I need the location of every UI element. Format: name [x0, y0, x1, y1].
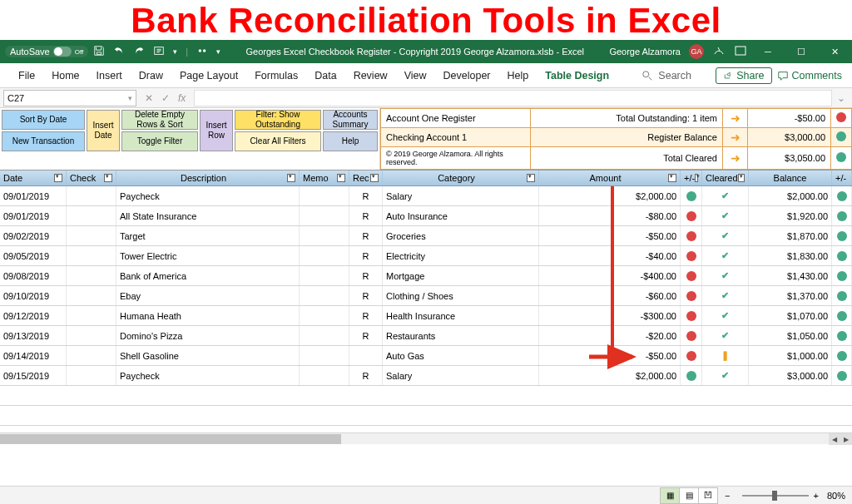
cell-check[interactable] — [67, 186, 116, 205]
cell-check[interactable] — [67, 206, 116, 225]
cell-amount[interactable]: -$300.00 — [539, 306, 681, 325]
cell-balance[interactable]: $1,430.00 — [749, 266, 832, 285]
cell-amount[interactable]: -$20.00 — [539, 326, 681, 345]
cell-balance[interactable]: $1,070.00 — [749, 306, 832, 325]
col-date[interactable]: Date — [0, 170, 67, 185]
cell-description[interactable]: All State Insurance — [116, 206, 300, 225]
cell-pm[interactable] — [681, 206, 702, 225]
user-avatar[interactable]: GA — [689, 44, 704, 59]
cell-pm[interactable] — [681, 226, 702, 245]
table-row[interactable]: 09/01/2019All State InsuranceRAuto Insur… — [0, 206, 852, 226]
table-row[interactable]: 09/14/2019Shell GasolineAuto Gas-$50.00❚… — [0, 346, 852, 366]
cell-cleared[interactable]: ✔ — [702, 186, 749, 205]
filter-icon[interactable] — [337, 174, 345, 182]
cell-pm2[interactable] — [832, 226, 852, 245]
scroll-thumb[interactable] — [0, 434, 341, 444]
filter-icon[interactable] — [668, 174, 676, 182]
table-row[interactable]: 09/01/2019PaycheckRSalary$2,000.00✔$2,00… — [0, 186, 852, 206]
sort-by-date-button[interactable]: Sort By Date — [2, 110, 85, 130]
table-row[interactable]: 09/08/2019Bank of AmericaRMortgage-$400.… — [0, 266, 852, 286]
cell-category[interactable]: Auto Insurance — [383, 206, 539, 225]
scroll-right-icon[interactable]: ▶ — [840, 433, 852, 445]
ribbon-tab-table-design[interactable]: Table Design — [537, 63, 617, 87]
cell-memo[interactable] — [300, 346, 349, 365]
cell-pm[interactable] — [681, 266, 702, 285]
cell-memo[interactable] — [300, 206, 349, 225]
cell-pm[interactable] — [681, 326, 702, 345]
col-check[interactable]: Check — [67, 170, 116, 185]
cell-rec[interactable]: R — [349, 286, 383, 305]
cell-pm[interactable] — [681, 366, 702, 385]
cell-cleared[interactable]: ✔ — [702, 366, 749, 385]
search-box[interactable]: Search — [633, 70, 700, 82]
cell-pm[interactable] — [681, 186, 702, 205]
autosave-switch-off[interactable] — [53, 47, 72, 57]
ribbon-tab-view[interactable]: View — [396, 63, 435, 87]
cell-rec[interactable]: R — [349, 186, 383, 205]
cell-check[interactable] — [67, 286, 116, 305]
cell-description[interactable]: Paycheck — [116, 186, 300, 205]
cell-rec[interactable]: R — [349, 266, 383, 285]
table-row[interactable]: 09/15/2019PaycheckRSalary$2,000.00✔$3,00… — [0, 366, 852, 386]
filter-icon[interactable] — [527, 174, 535, 182]
filter-icon[interactable] — [104, 174, 112, 182]
ribbon-tab-insert[interactable]: Insert — [88, 63, 131, 87]
comments-button[interactable]: Comments — [777, 70, 842, 82]
cell-check[interactable] — [67, 226, 116, 245]
cell-balance[interactable]: $1,870.00 — [749, 226, 832, 245]
cell-memo[interactable] — [300, 226, 349, 245]
cell-cleared[interactable]: ✔ — [702, 246, 749, 265]
qat-dropdown-icon[interactable]: ▾ — [173, 47, 177, 56]
cell-description[interactable]: Paycheck — [116, 366, 300, 385]
filter-icon[interactable] — [54, 174, 62, 182]
cell-pm2[interactable] — [832, 206, 852, 225]
cell-pm2[interactable] — [832, 246, 852, 265]
cell-cleared[interactable]: ✔ — [702, 326, 749, 345]
share-button[interactable]: Share — [716, 67, 771, 84]
accept-formula-icon[interactable]: ✓ — [158, 92, 173, 104]
cell-amount[interactable]: -$60.00 — [539, 286, 681, 305]
fx-icon[interactable]: fx — [175, 92, 189, 104]
col-balance[interactable]: Balance — [749, 170, 832, 185]
touch-mode-icon[interactable] — [196, 45, 208, 58]
cell-pm[interactable] — [681, 286, 702, 305]
cell-description[interactable]: Ebay — [116, 286, 300, 305]
cell-amount[interactable]: $2,000.00 — [539, 366, 681, 385]
ribbon-tab-home[interactable]: Home — [43, 63, 87, 87]
cell-date[interactable]: 09/01/2019 — [0, 186, 67, 205]
cell-amount[interactable]: -$50.00 — [539, 226, 681, 245]
ribbon-tab-draw[interactable]: Draw — [131, 63, 171, 87]
cell-rec[interactable]: R — [349, 366, 383, 385]
cell-amount[interactable]: -$50.00 — [539, 346, 681, 365]
cell-date[interactable]: 09/15/2019 — [0, 366, 67, 385]
cell-category[interactable]: Electricity — [383, 246, 539, 265]
cell-pm[interactable] — [681, 346, 702, 365]
cell-rec[interactable]: R — [349, 206, 383, 225]
ribbon-tab-file[interactable]: File — [10, 63, 43, 87]
cell-cleared[interactable]: ❚ — [702, 346, 749, 365]
cell-check[interactable] — [67, 346, 116, 365]
table-row[interactable]: 09/12/2019Humana HeathRHealth Insurance-… — [0, 306, 852, 326]
ribbon-tab-developer[interactable]: Developer — [435, 63, 499, 87]
delete-empty-sort-button[interactable]: Delete Empty Rows & Sort — [121, 110, 198, 130]
coming-soon-icon[interactable] — [712, 44, 726, 59]
cancel-formula-icon[interactable]: ✕ — [141, 92, 156, 104]
col-pm[interactable]: +/- — [681, 170, 702, 185]
cell-check[interactable] — [67, 366, 116, 385]
qat-icon[interactable] — [153, 45, 165, 58]
cell-amount[interactable]: -$40.00 — [539, 246, 681, 265]
accounts-summary-button[interactable]: Accounts Summary — [323, 110, 378, 130]
cell-cleared[interactable]: ✔ — [702, 226, 749, 245]
help-button[interactable]: Help — [323, 131, 378, 151]
cell-balance[interactable]: $1,920.00 — [749, 206, 832, 225]
filter-icon[interactable] — [287, 174, 295, 182]
autosave-toggle[interactable]: AutoSave Off — [5, 46, 88, 57]
cell-category[interactable]: Mortgage — [383, 266, 539, 285]
cell-date[interactable]: 09/05/2019 — [0, 246, 67, 265]
cell-category[interactable]: Groceries — [383, 226, 539, 245]
cell-balance[interactable]: $3,000.00 — [749, 366, 832, 385]
cell-pm2[interactable] — [832, 366, 852, 385]
cell-amount[interactable]: $2,000.00 — [539, 186, 681, 205]
cell-balance[interactable]: $1,000.00 — [749, 346, 832, 365]
filter-icon[interactable] — [370, 174, 379, 182]
